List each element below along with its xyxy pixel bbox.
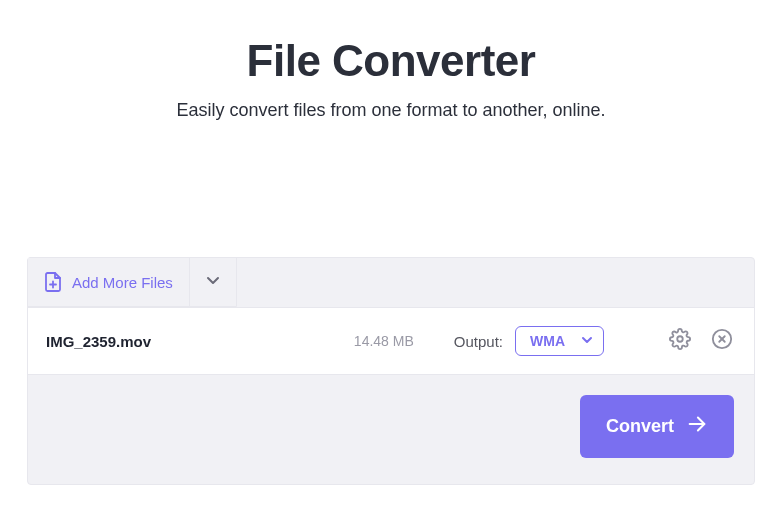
chevron-down-icon (205, 272, 221, 292)
settings-button[interactable] (666, 327, 694, 355)
page-subtitle: Easily convert files from one format to … (0, 100, 782, 121)
file-size: 14.48 MB (354, 333, 414, 349)
output-label: Output: (454, 333, 503, 350)
panel-footer: Convert (28, 375, 754, 484)
arrow-right-icon (686, 413, 708, 440)
gear-icon (669, 328, 691, 354)
chevron-down-icon (581, 333, 593, 349)
output-format-value: WMA (530, 333, 565, 349)
svg-point-2 (677, 336, 683, 342)
file-name: IMG_2359.mov (46, 333, 354, 350)
output-format-select[interactable]: WMA (515, 326, 604, 356)
file-plus-icon (44, 272, 62, 292)
add-more-files-button[interactable]: Add More Files (28, 258, 190, 306)
page-title: File Converter (0, 36, 782, 86)
converter-panel: Add More Files IMG_2359.mov 14.48 MB Out… (27, 257, 755, 485)
add-files-bar: Add More Files (27, 257, 237, 307)
convert-button[interactable]: Convert (580, 395, 734, 458)
convert-button-label: Convert (606, 416, 674, 437)
close-circle-icon (711, 328, 733, 354)
add-more-files-label: Add More Files (72, 274, 173, 291)
file-row: IMG_2359.mov 14.48 MB Output: WMA (28, 307, 754, 375)
remove-file-button[interactable] (708, 327, 736, 355)
add-files-dropdown-button[interactable] (190, 258, 236, 306)
